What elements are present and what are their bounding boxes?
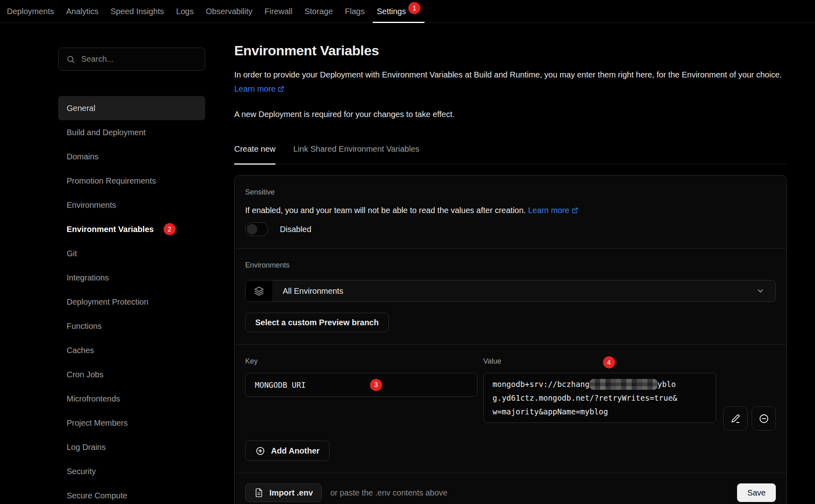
nav-item-speed-insights[interactable]: Speed Insights (105, 0, 170, 23)
sidebar-item-label: Environments (67, 201, 116, 210)
annotation-badge-2: 2 (164, 223, 176, 235)
paste-env-hint: or paste the .env contents above (330, 488, 447, 498)
file-icon (254, 488, 264, 498)
pencil-icon (730, 413, 741, 424)
sidebar-item-label: Integrations (67, 273, 109, 282)
nav-item-analytics[interactable]: Analytics (60, 0, 105, 23)
sidebar-item-domains[interactable]: Domains (58, 144, 205, 169)
sidebar-item-label: Microfrontends (67, 394, 120, 404)
learn-more-label: Learn more (528, 206, 569, 215)
sensitive-label: Sensitive (245, 188, 776, 197)
import-env-label: Import .env (269, 488, 313, 498)
environments-section: Environments All Environments Select a c… (235, 248, 786, 344)
sensitive-learn-more-link[interactable]: Learn more (528, 206, 578, 215)
settings-sidebar: General Build and Deployment Domains Pro… (58, 48, 205, 504)
sidebar-item-project-members[interactable]: Project Members (58, 411, 205, 435)
sidebar-item-git[interactable]: Git (58, 241, 205, 266)
sidebar-item-label: Secure Compute (67, 491, 127, 500)
nav-item-logs[interactable]: Logs (170, 0, 200, 23)
env-var-tabs: Create new Link Shared Environment Varia… (234, 144, 787, 164)
value-column: Value mongodb+srv://bczhangyblo g.yd61ct… (483, 357, 716, 423)
environment-variables-panel: Environment Variables In order to provid… (234, 0, 787, 504)
import-env-button[interactable]: Import .env (245, 483, 322, 502)
annotation-badge-3: 3 (370, 379, 382, 391)
search-input[interactable] (81, 54, 197, 64)
sidebar-item-cron-jobs[interactable]: Cron Jobs (58, 362, 205, 387)
row-action-buttons (723, 406, 776, 431)
sidebar-item-label: General (67, 104, 95, 113)
sensitive-toggle[interactable] (245, 222, 268, 236)
toggle-knob (247, 224, 257, 234)
layers-icon (246, 280, 272, 301)
sidebar-item-build-and-deployment[interactable]: Build and Deployment (58, 120, 205, 144)
external-link-icon (277, 86, 284, 92)
learn-more-link[interactable]: Learn more (234, 84, 284, 93)
key-label: Key (245, 357, 477, 366)
sidebar-item-general[interactable]: General (58, 96, 205, 120)
nav-item-deployments[interactable]: Deployments (1, 0, 60, 23)
environments-select[interactable]: All Environments (245, 280, 776, 302)
tab-link-shared-env-vars[interactable]: Link Shared Environment Variables (293, 144, 419, 164)
sidebar-item-environment-variables[interactable]: Environment Variables 2 (58, 217, 205, 241)
environments-label: Environments (245, 261, 776, 270)
sensitive-toggle-row: Disabled (245, 222, 776, 236)
value-line-2: g.yd61ctz.mongodb.net/?retryWrites=true& (493, 391, 707, 405)
page-description-text: In order to provide your Deployment with… (234, 70, 782, 79)
sensitive-description-text: If enabled, you and your team will not b… (245, 206, 526, 215)
key-column: Key 3 (245, 357, 477, 397)
sidebar-item-log-drains[interactable]: Log Drains (58, 435, 205, 459)
learn-more-label: Learn more (234, 84, 275, 93)
sidebar-item-label: Security (67, 467, 96, 476)
sidebar-item-functions[interactable]: Functions (58, 314, 205, 338)
sensitive-toggle-state: Disabled (280, 225, 311, 234)
vercel-project-settings-page: Deployments Analytics Speed Insights Log… (0, 0, 815, 504)
chevron-down-icon (756, 287, 765, 295)
sidebar-item-label: Cron Jobs (67, 370, 103, 379)
sidebar-search[interactable] (58, 48, 205, 71)
select-preview-branch-button[interactable]: Select a custom Preview branch (245, 313, 389, 332)
remove-row-button[interactable] (752, 406, 776, 431)
key-input[interactable] (255, 381, 348, 389)
sidebar-item-deployment-protection[interactable]: Deployment Protection (58, 290, 205, 314)
sidebar-item-caches[interactable]: Caches (58, 338, 205, 362)
sidebar-item-integrations[interactable]: Integrations (58, 266, 205, 290)
sidebar-nav-list: General Build and Deployment Domains Pro… (58, 96, 205, 504)
value-text: mongodb+srv://bczhang (493, 380, 590, 389)
circle-minus-icon (758, 413, 769, 424)
sidebar-item-environments[interactable]: Environments (58, 193, 205, 217)
sidebar-item-security[interactable]: Security (58, 459, 205, 483)
value-textarea[interactable]: mongodb+srv://bczhangyblo g.yd61ctz.mong… (483, 373, 716, 423)
sidebar-item-label: Deployment Protection (67, 297, 148, 307)
add-another-button[interactable]: Add Another (245, 441, 330, 461)
value-label: Value (483, 357, 716, 366)
sidebar-item-label: Project Members (67, 418, 128, 428)
nav-label: Analytics (66, 7, 99, 16)
circle-plus-icon (255, 446, 265, 456)
sidebar-item-label: Build and Deployment (67, 128, 146, 137)
annotation-badge-4: 4 (603, 356, 615, 368)
branch-button-label: Select a custom Preview branch (255, 318, 379, 327)
sidebar-item-label: Promotion Requirements (67, 176, 156, 186)
tab-create-new[interactable]: Create new (234, 144, 275, 165)
add-another-label: Add Another (271, 446, 319, 456)
sidebar-item-label: Environment Variables (67, 225, 154, 234)
card-footer: Import .env or paste the .env contents a… (235, 473, 786, 504)
sensitive-description: If enabled, you and your team will not b… (245, 205, 776, 215)
key-value-section: Key 3 Value mongodb+srv://bczhangyblo g.… (235, 344, 786, 473)
key-value-row: Key 3 Value mongodb+srv://bczhangyblo g.… (245, 357, 776, 431)
save-button[interactable]: Save (737, 483, 776, 502)
value-line-3: w=majority&appName=myblog (493, 405, 707, 418)
value-line-1: mongodb+srv://bczhangyblo (493, 377, 707, 391)
deployment-note: A new Deployment is required for your ch… (234, 107, 787, 121)
search-icon (66, 55, 75, 64)
sidebar-item-secure-compute[interactable]: Secure Compute (58, 483, 205, 504)
sidebar-item-promotion-requirements[interactable]: Promotion Requirements (58, 169, 205, 193)
key-input-wrap: 3 (245, 373, 477, 397)
sensitive-section: Sensitive If enabled, you and your team … (235, 176, 786, 248)
sidebar-item-label: Git (67, 249, 77, 258)
value-text: yblo (657, 380, 676, 389)
external-link-icon (571, 207, 578, 214)
sidebar-item-label: Log Drains (67, 443, 106, 452)
sidebar-item-microfrontends[interactable]: Microfrontends (58, 387, 205, 411)
edit-value-button[interactable] (723, 406, 748, 431)
